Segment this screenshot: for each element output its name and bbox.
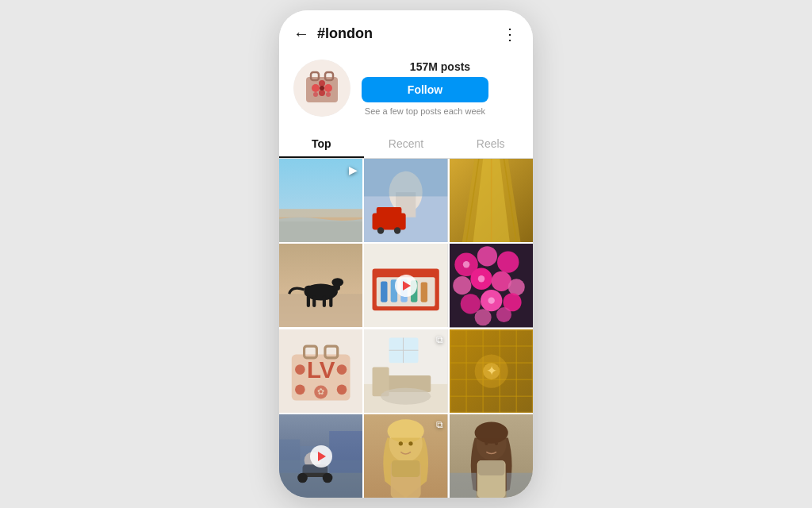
grid-cell-6[interactable] (450, 244, 533, 327)
grid-cell-11[interactable]: ⧉ (364, 414, 447, 498)
svg-point-98 (323, 473, 333, 483)
svg-point-59 (488, 298, 494, 304)
more-options-icon[interactable]: ⋮ (502, 25, 519, 44)
svg-rect-40 (391, 279, 397, 302)
grid-cell-8[interactable]: ⧉ (364, 329, 447, 413)
svg-rect-33 (329, 295, 332, 307)
tabs: Top Recent Reels (279, 129, 533, 159)
tab-reels[interactable]: Reels (448, 129, 533, 158)
svg-point-79 (381, 387, 431, 404)
svg-rect-32 (323, 295, 326, 307)
svg-rect-116 (450, 473, 477, 498)
header: ← #london ⋮ (279, 10, 533, 52)
grid-cell-4[interactable] (279, 244, 362, 327)
grid-cell-3[interactable] (450, 159, 533, 242)
avatar (293, 60, 350, 117)
svg-rect-41 (401, 279, 408, 302)
svg-point-58 (477, 275, 484, 282)
svg-point-7 (319, 90, 325, 96)
svg-point-65 (295, 364, 305, 375)
profile-info: 157M posts Follow See a few top posts ea… (362, 60, 519, 116)
multi-icon-11: ⧉ (436, 419, 443, 430)
svg-point-46 (477, 246, 496, 266)
svg-point-115 (495, 442, 498, 445)
grid-cell-9[interactable]: ✦ (450, 329, 533, 413)
profile-section: 157M posts Follow See a few top posts ea… (279, 52, 533, 121)
svg-rect-31 (312, 295, 316, 307)
svg-rect-39 (381, 282, 387, 302)
follow-button[interactable]: Follow (362, 77, 488, 102)
grid-cell-10[interactable] (279, 414, 362, 498)
image-grid: ▶ (279, 159, 533, 498)
tab-recent[interactable]: Recent (364, 129, 449, 158)
svg-rect-18 (377, 207, 402, 217)
svg-text:LV: LV (307, 356, 335, 383)
svg-point-68 (337, 384, 347, 394)
grid-cell-5[interactable] (364, 244, 447, 327)
svg-point-67 (295, 384, 305, 394)
svg-point-4 (312, 84, 320, 92)
back-button[interactable]: ← (293, 25, 309, 43)
svg-rect-30 (307, 295, 310, 307)
svg-point-10 (320, 86, 324, 90)
svg-point-55 (474, 309, 491, 325)
grid-cell-12[interactable] (450, 414, 533, 498)
svg-rect-35 (333, 279, 339, 291)
svg-point-19 (377, 227, 384, 233)
svg-point-20 (394, 227, 400, 233)
svg-point-57 (463, 261, 469, 267)
svg-rect-42 (411, 281, 417, 302)
reel-icon-1: ▶ (349, 164, 358, 176)
svg-rect-100 (329, 431, 362, 473)
page-title: #london (317, 25, 373, 42)
svg-rect-21 (364, 159, 447, 196)
svg-point-47 (497, 252, 519, 273)
follow-hint: See a few top posts each week (362, 106, 488, 116)
svg-text:✿: ✿ (317, 387, 324, 396)
svg-rect-117 (506, 473, 533, 498)
svg-rect-99 (279, 439, 300, 472)
svg-point-56 (496, 307, 511, 322)
svg-point-8 (313, 92, 318, 97)
svg-point-9 (326, 92, 331, 97)
svg-point-108 (409, 441, 413, 445)
grid-cell-7[interactable]: LV ✿ (279, 329, 362, 413)
svg-point-66 (337, 364, 347, 375)
svg-text:✦: ✦ (485, 363, 496, 378)
svg-point-52 (460, 294, 480, 314)
svg-point-107 (399, 441, 403, 445)
multi-icon-8: ⧉ (436, 334, 443, 345)
grid-cell-1[interactable]: ▶ (279, 159, 362, 242)
tab-top[interactable]: Top (279, 129, 364, 158)
svg-rect-43 (421, 283, 427, 302)
svg-rect-101 (300, 446, 329, 473)
svg-rect-106 (392, 460, 420, 477)
svg-point-51 (508, 279, 524, 295)
posts-count: 157M posts (362, 60, 519, 73)
svg-rect-29 (304, 286, 338, 296)
svg-point-6 (324, 84, 332, 92)
svg-point-48 (453, 276, 471, 294)
header-left: ← #london (293, 25, 373, 43)
svg-point-114 (485, 442, 488, 445)
svg-rect-113 (477, 460, 504, 475)
svg-point-97 (297, 473, 308, 483)
grid-cell-2[interactable] (364, 159, 447, 242)
phone-shell: ← #london ⋮ (279, 10, 533, 498)
svg-point-5 (319, 80, 325, 87)
